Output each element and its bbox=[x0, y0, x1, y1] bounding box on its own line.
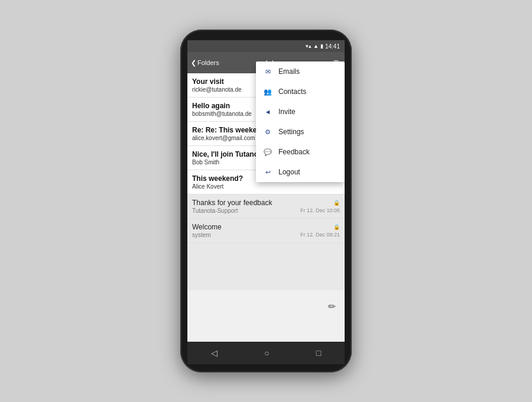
logout-icon: ↩ bbox=[263, 167, 273, 177]
back-chevron-icon: ❮ bbox=[191, 59, 196, 67]
lock-icon: 🔒 bbox=[333, 224, 340, 230]
feedback-label: Feedback bbox=[278, 148, 310, 156]
email-date: Fr 12. Dec 09:21 bbox=[300, 232, 340, 238]
logout-label: Logout bbox=[278, 168, 300, 176]
dropdown-menu: ✉ Emails 👥 Contacts ◄ Invite ⚙ Settings … bbox=[256, 61, 345, 182]
invite-label: Invite bbox=[278, 108, 296, 116]
email-date: Fr 12. Dec 10:05 bbox=[300, 208, 340, 213]
email-subject: Thanks for your feedback bbox=[192, 199, 272, 207]
email-from: system bbox=[192, 232, 211, 238]
compose-icon: ✏ bbox=[328, 301, 336, 312]
menu-item-contacts[interactable]: 👥 Contacts bbox=[256, 82, 345, 102]
compose-fab[interactable]: ✏ bbox=[323, 298, 340, 315]
email-from: Tutanota-Support bbox=[192, 208, 238, 214]
menu-item-settings[interactable]: ⚙ Settings bbox=[256, 122, 345, 142]
contacts-icon: 👥 bbox=[263, 87, 273, 96]
emails-label: Emails bbox=[278, 67, 300, 76]
home-nav-button[interactable]: ○ bbox=[256, 345, 277, 361]
menu-item-feedback[interactable]: 💬 Feedback bbox=[256, 142, 345, 162]
lock-icon: 🔒 bbox=[333, 200, 340, 206]
email-subject: Welcome bbox=[192, 223, 222, 231]
phone-screen: ▾▴ ▲ ▮ 14:41 ❮ Folders Inbox ≡ ✉ Emails … bbox=[187, 40, 345, 342]
feedback-icon: 💬 bbox=[263, 147, 273, 157]
signal-icon: ▾▴ bbox=[306, 43, 312, 49]
menu-item-emails[interactable]: ✉ Emails bbox=[256, 61, 345, 82]
bottom-nav: ◁ ○ □ bbox=[187, 342, 345, 364]
settings-label: Settings bbox=[278, 128, 304, 136]
status-bar: ▾▴ ▲ ▮ 14:41 bbox=[187, 40, 345, 52]
wifi-icon: ▲ bbox=[313, 43, 319, 49]
settings-icon: ⚙ bbox=[263, 127, 273, 137]
recent-nav-button[interactable]: □ bbox=[308, 345, 329, 361]
email-item[interactable]: Welcome 🔒 system Fr 12. Dec 09:21 bbox=[187, 219, 345, 243]
back-nav-button[interactable]: ◁ bbox=[203, 345, 226, 361]
menu-item-logout[interactable]: ↩ Logout bbox=[256, 162, 345, 182]
email-item[interactable]: Thanks for your feedback 🔒 Tutanota-Supp… bbox=[187, 194, 345, 219]
status-time: 14:41 bbox=[325, 43, 340, 50]
back-button[interactable]: ❮ Folders bbox=[191, 59, 219, 67]
back-label: Folders bbox=[197, 59, 219, 66]
invite-icon: ◄ bbox=[263, 107, 273, 116]
menu-item-invite[interactable]: ◄ Invite bbox=[256, 102, 345, 122]
emails-icon: ✉ bbox=[263, 67, 273, 76]
email-from: Alice Kovert bbox=[192, 183, 340, 190]
phone-frame: ▾▴ ▲ ▮ 14:41 ❮ Folders Inbox ≡ ✉ Emails … bbox=[180, 30, 352, 372]
battery-icon: ▮ bbox=[320, 43, 323, 49]
contacts-label: Contacts bbox=[278, 87, 306, 96]
